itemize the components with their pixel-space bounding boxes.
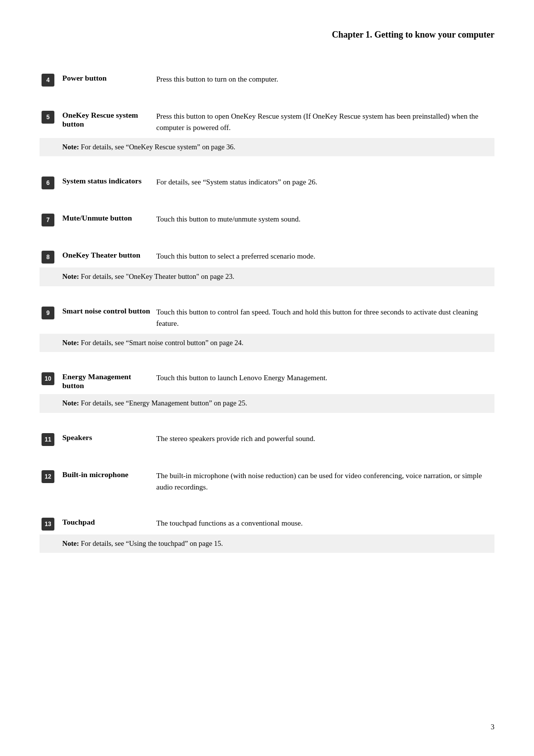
item-badge: 6	[42, 177, 54, 189]
item-badge-cell: 4	[40, 70, 60, 90]
note-row: Note: For details, see “Energy Managemen…	[40, 394, 494, 413]
item-description: Press this button to open OneKey Rescue …	[154, 107, 494, 138]
table-row: 7Mute/Unmute buttonTouch this button to …	[40, 210, 494, 230]
table-row: 5OneKey Rescue system buttonPress this b…	[40, 107, 494, 138]
table-row: 8OneKey Theater buttonTouch this button …	[40, 247, 494, 267]
item-badge: 12	[42, 470, 54, 483]
item-term: OneKey Theater button	[60, 247, 154, 267]
item-badge: 7	[42, 214, 54, 226]
item-badge: 11	[42, 433, 54, 446]
item-term: OneKey Rescue system button	[60, 107, 154, 138]
item-badge-cell: 7	[40, 210, 60, 230]
item-badge-cell: 10	[40, 368, 60, 394]
page-number: 3	[491, 723, 495, 731]
note-text: Note: For details, see "OneKey Theater b…	[60, 267, 494, 286]
table-row: 9Smart noise control buttonTouch this bu…	[40, 303, 494, 334]
table-row: 6System status indicatorsFor details, se…	[40, 173, 494, 193]
spacer-row	[40, 450, 494, 466]
item-badge-cell: 9	[40, 303, 60, 334]
item-term: System status indicators	[60, 173, 154, 193]
note-spacer	[40, 334, 60, 353]
item-badge: 4	[42, 74, 54, 87]
item-term: Energy Management button	[60, 368, 154, 394]
item-description: The built-in microphone (with noise redu…	[154, 466, 494, 497]
item-description: Press this button to turn on the compute…	[154, 70, 494, 90]
item-badge-cell: 8	[40, 247, 60, 267]
note-row: Note: For details, see “Smart noise cont…	[40, 334, 494, 353]
item-badge: 9	[42, 307, 54, 319]
table-row: 4Power buttonPress this button to turn o…	[40, 70, 494, 90]
spacer-row	[40, 90, 494, 107]
spacer-row	[40, 230, 494, 247]
note-text: Note: For details, see “Using the touchp…	[60, 534, 494, 553]
table-row: 11SpeakersThe stereo speakers provide ri…	[40, 429, 494, 450]
item-description: Touch this button to select a preferred …	[154, 247, 494, 267]
note-spacer	[40, 267, 60, 286]
table-row: 12Built-in microphoneThe built-in microp…	[40, 466, 494, 497]
chapter-title-text: Chapter 1. Getting to know your computer	[332, 30, 494, 40]
chapter-title: Chapter 1. Getting to know your computer	[40, 30, 494, 45]
item-term: Smart noise control button	[60, 303, 154, 334]
spacer-row	[40, 193, 494, 210]
item-badge: 8	[42, 251, 54, 264]
spacer-row	[40, 352, 494, 368]
item-badge-cell: 5	[40, 107, 60, 138]
item-description: Touch this button to launch Lenovo Energ…	[154, 368, 494, 394]
note-spacer	[40, 138, 60, 157]
item-term: Built-in microphone	[60, 466, 154, 497]
spacer-row	[40, 286, 494, 303]
item-term: Power button	[60, 70, 154, 90]
item-term: Touchpad	[60, 514, 154, 534]
note-row: Note: For details, see “Using the touchp…	[40, 534, 494, 553]
note-spacer	[40, 394, 60, 413]
note-text: Note: For details, see “OneKey Rescue sy…	[60, 138, 494, 157]
note-text: Note: For details, see “Energy Managemen…	[60, 394, 494, 413]
spacer-row	[40, 497, 494, 514]
item-badge-cell: 12	[40, 466, 60, 497]
item-badge: 13	[42, 518, 54, 531]
spacer-row	[40, 156, 494, 173]
item-description: Touch this button to control fan speed. …	[154, 303, 494, 334]
note-text: Note: For details, see “Smart noise cont…	[60, 334, 494, 353]
table-row: 10Energy Management buttonTouch this but…	[40, 368, 494, 394]
item-badge-cell: 13	[40, 514, 60, 534]
content-table: 4Power buttonPress this button to turn o…	[40, 70, 494, 569]
item-term: Mute/Unmute button	[60, 210, 154, 230]
spacer-row	[40, 413, 494, 429]
item-badge: 5	[42, 111, 54, 124]
item-description: Touch this button to mute/unmute system …	[154, 210, 494, 230]
item-badge: 10	[42, 372, 54, 385]
item-description: The touchpad functions as a conventional…	[154, 514, 494, 534]
note-row: Note: For details, see “OneKey Rescue sy…	[40, 138, 494, 157]
item-badge-cell: 11	[40, 429, 60, 450]
spacer-row	[40, 553, 494, 569]
table-row: 13TouchpadThe touchpad functions as a co…	[40, 514, 494, 534]
note-row: Note: For details, see "OneKey Theater b…	[40, 267, 494, 286]
item-badge-cell: 6	[40, 173, 60, 193]
note-spacer	[40, 534, 60, 553]
item-term: Speakers	[60, 429, 154, 450]
item-description: The stereo speakers provide rich and pow…	[154, 429, 494, 450]
item-description: For details, see “System status indicato…	[154, 173, 494, 193]
